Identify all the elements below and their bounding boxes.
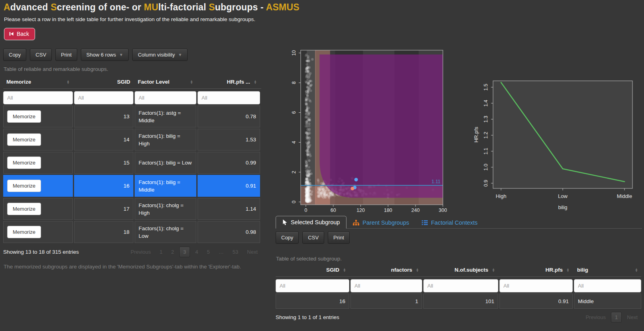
column-label: Memorize bbox=[6, 79, 31, 85]
pagination-next[interactable]: Next bbox=[243, 247, 261, 257]
svg-text:1.5: 1.5 bbox=[483, 84, 489, 90]
step-backward-icon bbox=[9, 31, 14, 36]
filter-input-factor-level[interactable] bbox=[135, 91, 196, 104]
column-label: bilig bbox=[577, 267, 588, 273]
factor-effect-plot: 0.91.01.11.21.31.41.5HighLowMiddlebiligH… bbox=[470, 66, 644, 214]
filter-input-bilig[interactable] bbox=[574, 279, 641, 292]
copy-button[interactable]: Copy bbox=[276, 231, 299, 244]
pagination-page-53[interactable]: 53 bbox=[229, 247, 242, 257]
line-chart-panel: 0.91.01.11.21.31.41.5HighLowMiddlebiligH… bbox=[470, 66, 644, 214]
table-cell: Memorize bbox=[3, 152, 73, 174]
tab-selected-subgroup[interactable]: Selected Subgroup bbox=[276, 216, 346, 229]
svg-text:bilig: bilig bbox=[558, 204, 567, 210]
column-header-hr-pfs-[interactable]: HR.pfs ...▲▼ bbox=[198, 76, 260, 87]
sort-icon[interactable]: ▲▼ bbox=[343, 268, 346, 272]
csv-button[interactable]: CSV bbox=[302, 231, 324, 244]
title-segment: lti-factorial bbox=[159, 2, 209, 12]
filter-input-sgid[interactable] bbox=[74, 91, 133, 104]
column-visibility-dropdown[interactable]: Column visibility▼ bbox=[132, 49, 188, 61]
sort-icon[interactable]: ▲▼ bbox=[492, 268, 495, 272]
pagination-next[interactable]: Next bbox=[623, 312, 641, 322]
filter-input-sgid[interactable] bbox=[276, 279, 349, 292]
sort-icon[interactable]: ▲▼ bbox=[67, 80, 70, 84]
filter-input-memorize[interactable] bbox=[3, 91, 73, 104]
memorize-button[interactable]: Memorize bbox=[7, 157, 41, 169]
pagination-page-4[interactable]: 4 bbox=[192, 247, 202, 257]
column-header-nfactors[interactable]: nfactors▲▼ bbox=[350, 264, 422, 275]
pagination-page-1[interactable]: 1 bbox=[611, 312, 622, 323]
svg-text:1.3: 1.3 bbox=[483, 116, 489, 123]
table-cell: 0.78 bbox=[198, 106, 260, 127]
pagination-page-3[interactable]: 3 bbox=[179, 247, 190, 257]
show-rows-dropdown[interactable]: Show 6 rows▼ bbox=[81, 49, 129, 61]
table-row[interactable]: Memorize13Factors(1): astg = Middle0.78 bbox=[3, 106, 261, 127]
svg-text:0: 0 bbox=[291, 200, 297, 203]
column-header-sgid[interactable]: SGID▲▼ bbox=[276, 264, 349, 275]
copy-button[interactable]: Copy bbox=[3, 49, 26, 61]
column-header-bilig[interactable]: bilig▲▼ bbox=[574, 264, 641, 275]
print-button[interactable]: Print bbox=[55, 49, 77, 61]
table-cell: 15 bbox=[74, 152, 133, 174]
memorize-button[interactable]: Memorize bbox=[7, 226, 41, 238]
table-cell: 0.91 bbox=[198, 175, 260, 197]
svg-text:High: High bbox=[496, 193, 507, 199]
sort-icon[interactable]: ▲▼ bbox=[254, 80, 257, 84]
sort-icon[interactable]: ▲▼ bbox=[190, 80, 193, 84]
csv-button[interactable]: CSV bbox=[30, 49, 52, 61]
filter-input-n-of-subjects[interactable] bbox=[423, 279, 498, 292]
table-cell: Factors(1): bilig = Low bbox=[135, 152, 196, 174]
title-segment: ubgroups - bbox=[215, 2, 266, 12]
pagination-page-1[interactable]: 1 bbox=[156, 247, 166, 257]
table-row-selected[interactable]: Memorize16Factors(1): bilig = Middle0.91 bbox=[3, 175, 261, 197]
memorize-button[interactable]: Memorize bbox=[7, 180, 41, 192]
selected-subgroup-table: SGID▲▼nfactors▲▼N.of.subjects▲▼HR.pfs▲▼b… bbox=[276, 264, 641, 323]
svg-text:300: 300 bbox=[439, 208, 447, 213]
show-rows-label: Show 6 rows bbox=[86, 52, 116, 58]
pagination-page-2[interactable]: 2 bbox=[168, 247, 178, 257]
filter-input-nfactors[interactable] bbox=[350, 279, 422, 292]
pagination-previous[interactable]: Previous bbox=[582, 312, 609, 322]
column-header-hr-pfs[interactable]: HR.pfs▲▼ bbox=[499, 264, 573, 275]
back-button[interactable]: Back bbox=[4, 28, 35, 40]
filter-input-hr-pfs-[interactable] bbox=[198, 91, 260, 104]
print-button[interactable]: Print bbox=[328, 231, 350, 244]
column-header-sgid: SGID bbox=[74, 76, 133, 87]
title-segment: creening of one- or bbox=[57, 2, 144, 12]
sort-icon[interactable]: ▲▼ bbox=[566, 268, 570, 272]
table-cell: Memorize bbox=[3, 106, 73, 127]
table-pagination: Previous12345…53Next bbox=[127, 247, 261, 257]
memorize-button[interactable]: Memorize bbox=[7, 203, 41, 215]
tab-factorial-contexts[interactable]: Factorial Contexts bbox=[415, 217, 484, 229]
column-header-factor-level[interactable]: Factor Level▲▼ bbox=[135, 76, 196, 87]
filter-input-hr-pfs[interactable] bbox=[499, 279, 573, 292]
table-row[interactable]: Memorize18Factors(1): cholg = Low0.98 bbox=[3, 221, 261, 243]
table-cell: 13 bbox=[74, 106, 133, 127]
table-row[interactable]: Memorize15Factors(1): bilig = Low0.99 bbox=[3, 152, 261, 174]
table-cell: Memorize bbox=[3, 129, 73, 151]
table-cell: Factors(1): bilig = Middle bbox=[135, 175, 196, 197]
table-row[interactable]: Memorize17Factors(1): cholg = High1.14 bbox=[3, 198, 261, 220]
column-header-memorize[interactable]: Memorize▲▼ bbox=[3, 76, 73, 87]
pagination-page-5[interactable]: 5 bbox=[204, 247, 213, 257]
tab-parent-subgroups[interactable]: Parent Subgroups bbox=[346, 217, 415, 229]
svg-text:10: 10 bbox=[291, 50, 297, 56]
table-cell: 16 bbox=[276, 294, 349, 309]
table-row[interactable]: 1611010.91Middle bbox=[276, 294, 641, 309]
table-cell: 101 bbox=[423, 294, 498, 309]
column-header-n-of-subjects[interactable]: N.of.subjects▲▼ bbox=[423, 264, 498, 275]
title-segment: ASMUS bbox=[266, 2, 299, 12]
memorize-button[interactable]: Memorize bbox=[7, 110, 41, 123]
table-row[interactable]: Memorize14Factors(1): bilig = High1.53 bbox=[3, 129, 261, 151]
pagination-previous[interactable]: Previous bbox=[127, 247, 155, 257]
memorize-button[interactable]: Memorize bbox=[7, 133, 41, 146]
svg-text:Middle: Middle bbox=[617, 193, 632, 199]
tab-label: Parent Subgroups bbox=[362, 219, 409, 226]
table-cell: Factors(1): bilig = High bbox=[135, 129, 196, 151]
scatter-plot-panel: 1.110601201802403000246810 bbox=[281, 47, 447, 213]
tab-label: Selected Subgroup bbox=[291, 219, 340, 225]
sort-icon[interactable]: ▲▼ bbox=[416, 268, 419, 272]
table-cell: 1.53 bbox=[198, 129, 260, 151]
sort-icon[interactable]: ▲▼ bbox=[635, 268, 638, 272]
pagination-page-…[interactable]: … bbox=[215, 247, 227, 257]
column-label: SGID bbox=[326, 267, 339, 273]
